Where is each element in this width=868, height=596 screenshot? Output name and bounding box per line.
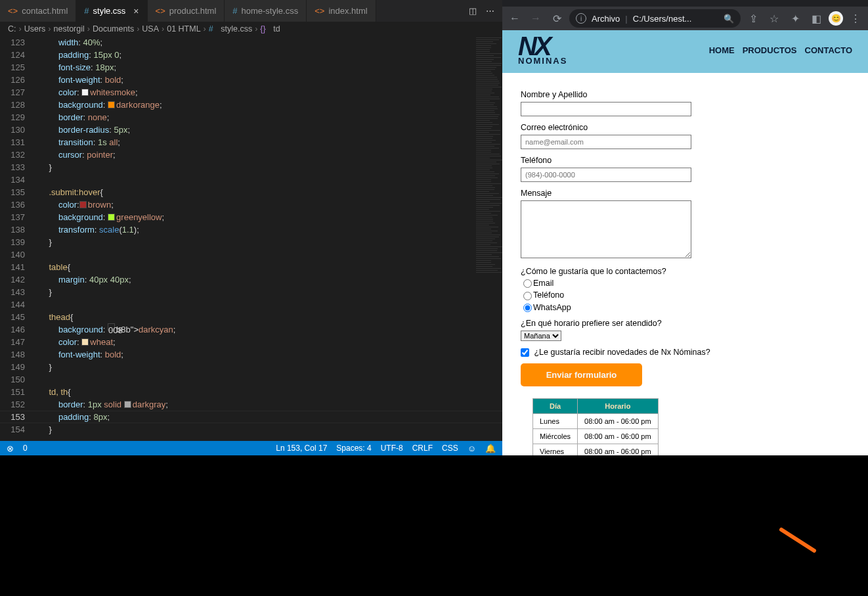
phone-label: Teléfono <box>521 156 850 165</box>
vscode-editor: <>contact.html #style.css× <>product.htm… <box>0 0 502 455</box>
browser-window: ← → ⟳ i Archivo | C:/Users/nest... 🔍 ⇪ ☆… <box>502 0 868 455</box>
table-row: Miércoles08:00 am - 06:00 pm <box>533 428 659 444</box>
language[interactable]: CSS <box>442 444 458 453</box>
table-row: Viernes08:00 am - 06:00 pm <box>533 444 659 455</box>
tab-contact[interactable]: <>contact.html <box>0 0 76 22</box>
hours-table: Día Horario Lunes08:00 am - 06:00 pm Mié… <box>532 398 659 455</box>
profile-avatar[interactable]: 😊 <box>829 11 843 26</box>
th-day: Día <box>533 398 578 413</box>
status-bar: ⊗ 0 Ln 153, Col 17 Spaces: 4 UTF-8 CRLF … <box>0 441 502 455</box>
radio-email[interactable] <box>523 279 532 288</box>
symbol-icon: {} <box>260 24 265 34</box>
message-label: Mensaje <box>521 189 850 198</box>
feedback-icon[interactable]: ☺ <box>467 444 476 453</box>
breadcrumb[interactable]: C:› Users› nestorgil› Documents› USA› 01… <box>0 22 502 36</box>
sidepanel-icon[interactable]: ◧ <box>808 10 825 27</box>
menu-icon[interactable]: ⋮ <box>847 10 864 27</box>
bell-icon[interactable]: 🔔 <box>485 444 496 453</box>
cursor-pos[interactable]: Ln 153, Col 17 <box>276 444 327 453</box>
back-button[interactable]: ← <box>506 10 523 27</box>
tab-index[interactable]: <>index.html <box>307 0 376 22</box>
email-label: Correo electrónico <box>521 123 850 132</box>
close-icon[interactable]: × <box>133 6 139 16</box>
tab-bar: <>contact.html #style.css× <>product.htm… <box>0 0 502 22</box>
forward-button[interactable]: → <box>527 10 544 27</box>
svg-line-0 <box>781 530 814 551</box>
encoding[interactable]: UTF-8 <box>381 444 403 453</box>
nav-contact[interactable]: CONTACTO <box>805 45 852 55</box>
newsletter-label: ¿Le gustaría recibir novedades de Nx Nóm… <box>534 348 710 357</box>
phone-input[interactable] <box>521 168 691 182</box>
contact-question: ¿Cómo le gustaría que lo contactemos? <box>521 267 850 276</box>
page-content[interactable]: NX NOMINAS HOME PRODUCTOS CONTACTO Nombr… <box>502 30 868 455</box>
info-icon[interactable]: i <box>576 13 586 24</box>
message-input[interactable] <box>521 200 691 258</box>
schedule-question: ¿En qué horario prefiere ser atendido? <box>521 319 850 328</box>
site-logo: NX NOMINAS <box>518 37 567 64</box>
table-row: Lunes08:00 am - 06:00 pm <box>533 413 659 428</box>
address-bar[interactable]: i Archivo | C:/Users/nest... 🔍 <box>569 9 741 28</box>
extensions-icon[interactable]: ✦ <box>787 10 804 27</box>
file-icon: # <box>209 24 213 34</box>
minimap[interactable] <box>473 36 502 437</box>
name-label: Nombre y Apellido <box>521 90 850 99</box>
eol[interactable]: CRLF <box>412 444 433 453</box>
site-header: NX NOMINAS HOME PRODUCTOS CONTACTO <box>502 30 868 73</box>
code-area[interactable]: 1231241251261271281291301311321331341351… <box>0 36 502 437</box>
error-count[interactable]: 0 <box>23 444 28 453</box>
nav-products[interactable]: PRODUCTOS <box>743 45 797 55</box>
star-icon[interactable]: ☆ <box>766 10 783 27</box>
split-editor-icon[interactable]: ◫ <box>469 6 477 16</box>
indent[interactable]: Spaces: 4 <box>336 444 371 453</box>
submit-button[interactable]: Enviar formulario <box>521 363 642 386</box>
zoom-icon[interactable]: 🔍 <box>724 14 734 24</box>
browser-toolbar: ← → ⟳ i Archivo | C:/Users/nest... 🔍 ⇪ ☆… <box>502 7 868 30</box>
name-input[interactable] <box>521 102 691 116</box>
newsletter-checkbox[interactable] <box>521 348 529 357</box>
contact-form: Nombre y Apellido Correo electrónico Tel… <box>502 73 868 455</box>
tab-home-style[interactable]: #home-style.css <box>225 0 307 22</box>
annotation-stroke <box>779 527 817 553</box>
more-icon[interactable]: ⋯ <box>486 6 494 16</box>
radio-whatsapp[interactable] <box>523 304 532 312</box>
tab-style[interactable]: #style.css× <box>76 0 147 22</box>
schedule-select[interactable]: Mañana <box>521 331 561 341</box>
email-input[interactable] <box>521 135 691 149</box>
radio-phone[interactable] <box>523 292 532 300</box>
tab-product[interactable]: <>product.html <box>148 0 225 22</box>
error-icon[interactable]: ⊗ <box>7 444 14 453</box>
nav-home[interactable]: HOME <box>709 45 735 55</box>
reload-button[interactable]: ⟳ <box>548 10 565 27</box>
share-icon[interactable]: ⇪ <box>745 10 762 27</box>
th-time: Horario <box>578 398 659 413</box>
